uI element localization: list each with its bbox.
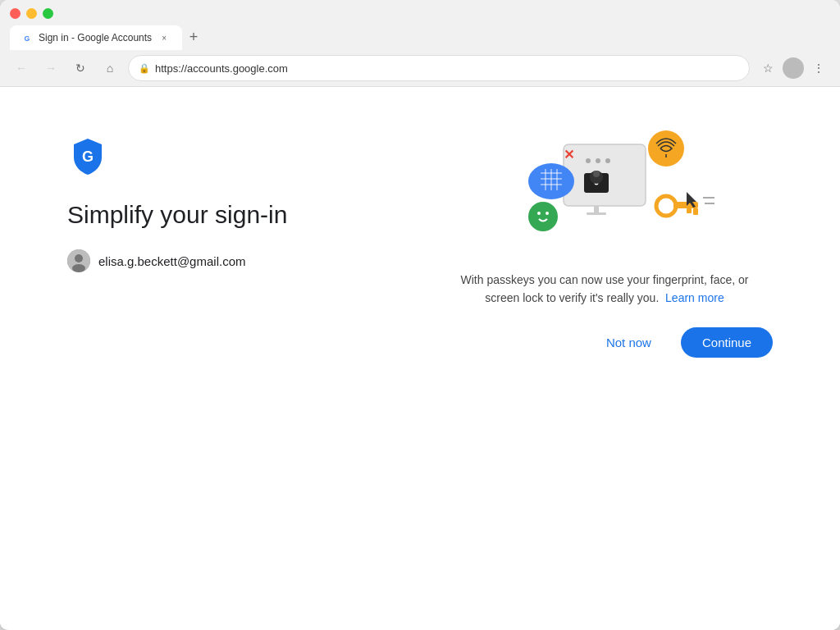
card: G Simplify your sign-in elisa.g.: [67, 120, 773, 358]
card-inner: G Simplify your sign-in elisa.g.: [67, 120, 773, 358]
svg-point-27: [546, 212, 549, 215]
user-email-label: elisa.g.beckett@gmail.com: [98, 254, 245, 268]
maximize-window-button[interactable]: [43, 8, 53, 19]
tab-favicon-icon: G: [21, 32, 33, 43]
svg-point-7: [586, 158, 591, 163]
svg-rect-31: [693, 208, 698, 215]
not-now-button[interactable]: Not now: [590, 327, 668, 358]
left-panel: G Simplify your sign-in elisa.g.: [67, 120, 404, 358]
continue-button[interactable]: Continue: [681, 327, 773, 358]
kebab-menu-icon: ⋮: [813, 62, 824, 75]
page-content: G Simplify your sign-in elisa.g.: [0, 87, 840, 630]
svg-point-14: [593, 171, 600, 177]
svg-rect-15: [594, 206, 599, 212]
toolbar-right: ☆ ⋮: [756, 57, 830, 80]
back-button[interactable]: ←: [10, 57, 33, 80]
refresh-button[interactable]: ↻: [69, 57, 92, 80]
lock-icon: 🔒: [139, 63, 150, 74]
svg-point-17: [648, 130, 684, 167]
traffic-lights: [10, 8, 830, 19]
title-bar: G Sign in - Google Accounts × +: [0, 0, 840, 50]
profile-avatar[interactable]: [783, 57, 804, 79]
right-panel: ✕: [436, 120, 773, 358]
user-chip: elisa.g.beckett@gmail.com: [67, 249, 404, 272]
svg-point-4: [75, 254, 83, 262]
svg-point-5: [72, 264, 85, 272]
address-bar[interactable]: 🔒 https://accounts.google.com: [128, 55, 750, 81]
description-text: With passkeys you can now use your finge…: [449, 271, 760, 308]
svg-rect-16: [587, 212, 606, 215]
google-shield-logo: G: [67, 136, 108, 177]
new-tab-button[interactable]: +: [182, 25, 205, 48]
svg-text:G: G: [82, 148, 94, 165]
minimize-window-button[interactable]: [26, 8, 37, 19]
page-title: Simplify your sign-in: [67, 200, 404, 230]
tab-bar: G Sign in - Google Accounts × +: [10, 25, 830, 50]
forward-button[interactable]: →: [39, 57, 62, 80]
svg-rect-32: [687, 208, 692, 213]
bookmark-icon: ☆: [763, 62, 774, 75]
back-icon: ←: [16, 62, 27, 75]
home-icon: ⌂: [107, 62, 113, 75]
action-buttons: Not now Continue: [436, 327, 773, 358]
svg-point-29: [656, 196, 676, 216]
tab-close-button[interactable]: ×: [158, 31, 171, 44]
passkey-illustration: ✕: [490, 120, 719, 251]
svg-text:G: G: [25, 34, 30, 43]
svg-point-25: [528, 202, 558, 231]
svg-point-26: [537, 212, 541, 215]
toolbar: ← → ↻ ⌂ 🔒 https://accounts.google.com ☆ …: [0, 50, 840, 87]
address-text: https://accounts.google.com: [155, 62, 739, 75]
tab-title: Sign in - Google Accounts: [39, 32, 152, 43]
forward-icon: →: [45, 62, 57, 75]
active-tab[interactable]: G Sign in - Google Accounts ×: [10, 25, 182, 50]
home-button[interactable]: ⌂: [98, 57, 121, 80]
user-avatar: [67, 249, 90, 272]
bookmark-button[interactable]: ☆: [756, 57, 779, 80]
svg-text:✕: ✕: [564, 148, 574, 162]
browser-window: G Sign in - Google Accounts × + ← → ↻ ⌂ …: [0, 0, 840, 630]
refresh-icon: ↻: [75, 62, 85, 75]
close-window-button[interactable]: [10, 8, 21, 19]
learn-more-link[interactable]: Learn more: [665, 291, 724, 304]
svg-point-8: [596, 158, 600, 163]
svg-point-9: [605, 158, 610, 163]
menu-button[interactable]: ⋮: [807, 57, 830, 80]
